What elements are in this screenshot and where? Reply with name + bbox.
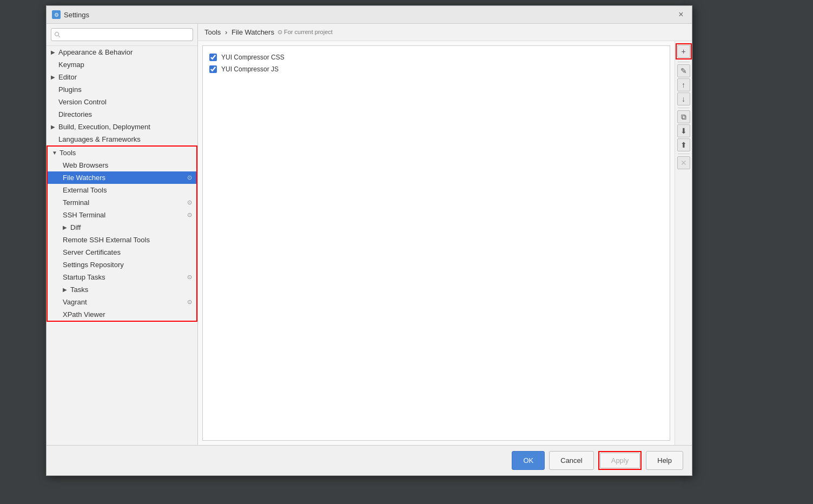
sidebar-item-directories[interactable]: Directories bbox=[47, 108, 197, 121]
cancel-button[interactable]: Cancel bbox=[549, 451, 593, 470]
sidebar-item-web-browsers-label: Web Browsers bbox=[63, 161, 108, 169]
delete-button[interactable]: ✕ bbox=[677, 156, 690, 169]
sidebar-item-tasks[interactable]: ▶ Tasks bbox=[48, 283, 196, 296]
ok-button[interactable]: OK bbox=[512, 451, 545, 470]
dialog-body: ▶ Appearance & Behavior Keymap ▶ Editor … bbox=[47, 24, 692, 445]
sidebar-item-diff-label: Diff bbox=[70, 223, 81, 231]
sidebar-item-appearance-label: Appearance & Behavior bbox=[58, 48, 133, 56]
sidebar-item-file-watchers-label: File Watchers bbox=[63, 174, 105, 182]
watcher-item-yui-js: YUI Compressor JS bbox=[208, 63, 664, 75]
titlebar-left: ⚙ Settings bbox=[52, 10, 89, 19]
settings-sidebar: ▶ Appearance & Behavior Keymap ▶ Editor … bbox=[47, 24, 198, 445]
sidebar-item-terminal[interactable]: Terminal ⊙ bbox=[48, 196, 196, 209]
sidebar-item-languages[interactable]: Languages & Frameworks bbox=[47, 133, 197, 145]
expand-arrow-tools: ▼ bbox=[52, 150, 57, 156]
current-project-badge: ⊙ For current project bbox=[277, 29, 333, 36]
sidebar-item-vagrant-label: Vagrant bbox=[63, 298, 87, 306]
nav-tree: ▶ Appearance & Behavior Keymap ▶ Editor … bbox=[47, 46, 197, 445]
sidebar-item-tools[interactable]: ▼ Tools bbox=[48, 147, 196, 159]
help-button[interactable]: Help bbox=[646, 451, 683, 470]
sidebar-item-xpath[interactable]: XPath Viewer bbox=[48, 308, 196, 321]
sidebar-item-build-label: Build, Execution, Deployment bbox=[58, 123, 150, 131]
sidebar-item-tasks-label: Tasks bbox=[70, 286, 88, 294]
sidebar-item-startup-tasks[interactable]: Startup Tasks ⊙ bbox=[48, 271, 196, 283]
expand-spacer-dir bbox=[51, 111, 56, 117]
sidebar-item-settings-repo-label: Settings Repository bbox=[63, 261, 124, 269]
sidebar-item-remote-ssh[interactable]: Remote SSH External Tools bbox=[48, 234, 196, 246]
add-watcher-button[interactable]: + bbox=[677, 45, 690, 58]
sidebar-item-keymap[interactable]: Keymap bbox=[47, 58, 197, 71]
toolbar-sep-2 bbox=[678, 108, 690, 108]
toolbar-sep-3 bbox=[678, 154, 690, 154]
sidebar-item-external-tools[interactable]: External Tools bbox=[48, 184, 196, 196]
sidebar-item-plugins-label: Plugins bbox=[58, 85, 82, 94]
sidebar-item-external-tools-label: External Tools bbox=[63, 186, 107, 194]
apply-button-outlined: Apply bbox=[598, 451, 642, 470]
right-toolbar: + ✎ ↑ ↓ ⧉ ⬇ ⬆ ✕ bbox=[675, 41, 692, 445]
sidebar-item-vc-label: Version Control bbox=[58, 98, 107, 106]
sidebar-item-web-browsers[interactable]: Web Browsers bbox=[48, 159, 196, 171]
startup-tasks-page-icon: ⊙ bbox=[187, 274, 192, 281]
watcher-label-yui-css: YUI Compressor CSS bbox=[221, 54, 285, 61]
sidebar-item-editor-label: Editor bbox=[58, 73, 77, 81]
sidebar-item-lang-label: Languages & Frameworks bbox=[58, 135, 141, 143]
content-area: Tools › File Watchers ⊙ For current proj… bbox=[198, 24, 692, 445]
file-watchers-icon: ⊙ bbox=[187, 174, 192, 181]
content-main: YUI Compressor CSS YUI Compressor JS + bbox=[198, 41, 692, 445]
sidebar-item-build[interactable]: ▶ Build, Execution, Deployment bbox=[47, 121, 197, 133]
expand-arrow-tasks: ▶ bbox=[63, 287, 68, 293]
expand-spacer-plugins bbox=[51, 87, 56, 92]
expand-spacer-keymap bbox=[51, 62, 56, 68]
move-down-button[interactable]: ↓ bbox=[677, 92, 690, 105]
expand-arrow-editor: ▶ bbox=[51, 74, 56, 80]
terminal-page-icon: ⊙ bbox=[187, 199, 192, 206]
expand-arrow-build: ▶ bbox=[51, 124, 56, 130]
sidebar-item-startup-tasks-label: Startup Tasks bbox=[63, 273, 105, 281]
sidebar-item-version-control[interactable]: Version Control bbox=[47, 96, 197, 108]
edit-watcher-button[interactable]: ✎ bbox=[677, 64, 690, 77]
ssh-terminal-page-icon: ⊙ bbox=[187, 211, 192, 218]
add-button-outlined: + bbox=[676, 43, 692, 59]
apply-button[interactable]: Apply bbox=[600, 453, 640, 468]
watcher-label-yui-js: YUI Compressor JS bbox=[221, 65, 279, 73]
sidebar-item-dir-label: Directories bbox=[58, 110, 92, 118]
sidebar-item-remote-ssh-label: Remote SSH External Tools bbox=[63, 236, 150, 244]
tools-section-outline: ▼ Tools Web Browsers File Watchers ⊙ E bbox=[47, 145, 197, 322]
sidebar-item-server-certs-label: Server Certificates bbox=[63, 248, 121, 256]
sidebar-item-diff[interactable]: ▶ Diff bbox=[48, 221, 196, 234]
breadcrumb: Tools › File Watchers bbox=[204, 28, 274, 36]
expand-spacer-vc bbox=[51, 99, 56, 105]
dialog-close-button[interactable]: × bbox=[676, 9, 686, 20]
watchers-list: YUI Compressor CSS YUI Compressor JS bbox=[202, 45, 670, 441]
settings-dialog: ⚙ Settings × ▶ Appearance & Behavior Key… bbox=[46, 5, 692, 476]
content-header: Tools › File Watchers ⊙ For current proj… bbox=[198, 24, 692, 41]
breadcrumb-part1: Tools bbox=[204, 28, 221, 36]
sidebar-item-file-watchers[interactable]: File Watchers ⊙ bbox=[48, 171, 196, 184]
sidebar-item-appearance[interactable]: ▶ Appearance & Behavior bbox=[47, 46, 197, 58]
search-input[interactable] bbox=[51, 28, 193, 41]
vagrant-page-icon: ⊙ bbox=[187, 299, 192, 306]
sidebar-item-server-certs[interactable]: Server Certificates bbox=[48, 246, 196, 258]
watcher-item-yui-css: YUI Compressor CSS bbox=[208, 51, 664, 63]
sidebar-item-settings-repo[interactable]: Settings Repository bbox=[48, 258, 196, 271]
sidebar-item-plugins[interactable]: Plugins bbox=[47, 83, 197, 96]
breadcrumb-separator: › bbox=[225, 28, 227, 36]
import-button[interactable]: ⬇ bbox=[677, 124, 690, 137]
sidebar-item-editor[interactable]: ▶ Editor bbox=[47, 71, 197, 83]
search-box bbox=[47, 24, 197, 46]
export-button[interactable]: ⬆ bbox=[677, 138, 690, 151]
dialog-titlebar: ⚙ Settings × bbox=[47, 6, 692, 24]
sidebar-item-vagrant[interactable]: Vagrant ⊙ bbox=[48, 296, 196, 308]
expand-arrow-diff: ▶ bbox=[63, 224, 68, 230]
watcher-checkbox-yui-css[interactable] bbox=[209, 54, 217, 61]
move-up-button[interactable]: ↑ bbox=[677, 78, 690, 91]
copy-button[interactable]: ⧉ bbox=[677, 110, 690, 123]
watcher-checkbox-yui-js[interactable] bbox=[209, 65, 217, 73]
sidebar-item-ssh-terminal-label: SSH Terminal bbox=[63, 211, 105, 219]
expand-arrow-appearance: ▶ bbox=[51, 49, 56, 55]
toolbar-sep-1 bbox=[678, 62, 690, 62]
sidebar-item-tools-label: Tools bbox=[60, 149, 76, 157]
sidebar-item-ssh-terminal[interactable]: SSH Terminal ⊙ bbox=[48, 209, 196, 221]
dialog-title: Settings bbox=[64, 11, 89, 19]
expand-spacer-lang bbox=[51, 136, 56, 142]
